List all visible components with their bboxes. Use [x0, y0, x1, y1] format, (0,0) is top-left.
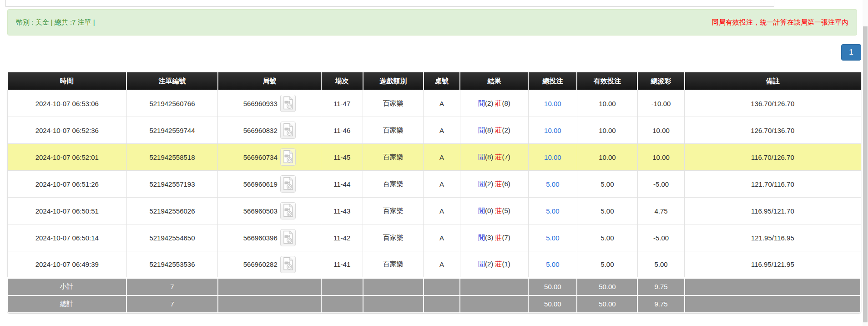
- col-header-game-type: 遊戲類別: [363, 72, 424, 90]
- cell-game-type: 百家樂: [363, 224, 424, 251]
- total-bet-link[interactable]: 10.00: [544, 100, 561, 107]
- player-result-label: 閒: [478, 207, 485, 214]
- col-header-bet-no: 注單編號: [126, 72, 218, 90]
- cell-round-no: 566960396: [218, 224, 321, 251]
- round-no-text: 566960933: [243, 100, 278, 107]
- player-score: (2): [485, 260, 493, 268]
- summary-label: 總計: [8, 295, 127, 313]
- summary-payout: 9.75: [637, 278, 684, 295]
- table-row[interactable]: 2024-10-07 06:52:01 521942558518 5669607…: [8, 144, 861, 171]
- total-bet-link[interactable]: 10.00: [544, 153, 561, 161]
- summary-alert-bar: 幣別 : 美金 | 總共 :7 注單 | 同局有效投注，統一計算在該局第一張注單…: [7, 9, 857, 36]
- col-header-time: 時間: [8, 72, 127, 90]
- cell-result: 閒(8) 莊(7): [460, 144, 528, 171]
- banker-score: (1): [502, 260, 510, 268]
- cell-result: 閒(8) 莊(2): [460, 117, 528, 144]
- player-score: (8): [485, 153, 493, 161]
- banker-score: (2): [502, 126, 510, 134]
- table-row[interactable]: 2024-10-07 06:52:36 521942559744 5669608…: [8, 117, 861, 144]
- video-replay-button[interactable]: [280, 202, 296, 219]
- summary-valid-bet: 50.00: [577, 295, 637, 313]
- total-bet-link[interactable]: 5.00: [546, 207, 559, 215]
- table-row[interactable]: 2024-10-07 06:50:51 521942556026 5669605…: [8, 198, 861, 224]
- table-row[interactable]: 2024-10-07 06:51:26 521942557193 5669606…: [8, 171, 861, 198]
- summary-remark: [685, 295, 861, 313]
- bet-records-table: 時間 注單編號 局號 場次 遊戲類別 桌號 結果 總投注 有效投注 總派彩 備註…: [7, 72, 861, 313]
- cell-time: 2024-10-07 06:52:36: [8, 117, 127, 144]
- pagination-page-button[interactable]: 1: [841, 44, 861, 61]
- cell-table-no: A: [424, 171, 460, 198]
- cell-game-type: 百家樂: [363, 144, 424, 171]
- col-header-total-bet: 總投注: [528, 72, 577, 90]
- banker-score: (8): [502, 99, 510, 107]
- col-header-round-no: 局號: [218, 72, 321, 90]
- cell-time: 2024-10-07 06:53:06: [8, 90, 127, 117]
- cell-game-type: 百家樂: [363, 171, 424, 198]
- cell-round-no: 566960832: [218, 117, 321, 144]
- total-bet-link[interactable]: 5.00: [546, 260, 559, 268]
- cell-valid-bet: 10.00: [577, 117, 637, 144]
- banker-result-label: 莊: [495, 153, 502, 161]
- table-summary-body: 小計 7 50.00 50.00 9.75 總計 7 50.00 50.00 9…: [8, 278, 861, 313]
- round-no-text: 566960396: [243, 234, 278, 242]
- player-result-label: 閒: [478, 260, 485, 268]
- cell-session: 11-44: [321, 171, 363, 198]
- summary-total-bet: 50.00: [528, 278, 577, 295]
- cell-bet-no: 521942560766: [126, 90, 218, 117]
- scrollbar-thumb[interactable]: [863, 26, 868, 322]
- player-result-label: 閒: [478, 126, 485, 134]
- cell-time: 2024-10-07 06:49:39: [8, 251, 127, 278]
- cell-round-no: 566960503: [218, 198, 321, 224]
- video-replay-button[interactable]: [280, 175, 296, 193]
- cell-time: 2024-10-07 06:50:51: [8, 198, 127, 224]
- cell-table-no: A: [424, 198, 460, 224]
- table-row[interactable]: 2024-10-07 06:53:06 521942560766 5669609…: [8, 90, 861, 117]
- cell-total-bet: 10.00: [528, 117, 577, 144]
- video-replay-button[interactable]: [280, 229, 296, 246]
- total-bet-link[interactable]: 5.00: [546, 234, 559, 242]
- total-bet-link[interactable]: 5.00: [546, 180, 559, 188]
- cell-time: 2024-10-07 06:52:01: [8, 144, 127, 171]
- cell-session: 11-45: [321, 144, 363, 171]
- video-file-icon: [282, 204, 294, 219]
- cell-valid-bet: 10.00: [577, 90, 637, 117]
- video-replay-button[interactable]: [280, 95, 296, 112]
- round-no-text: 566960832: [243, 127, 278, 134]
- col-header-remark: 備註: [685, 72, 861, 90]
- video-replay-button[interactable]: [280, 122, 296, 139]
- col-header-result: 結果: [460, 72, 528, 90]
- cell-total-bet: 5.00: [528, 198, 577, 224]
- table-body: 2024-10-07 06:53:06 521942560766 5669609…: [8, 90, 861, 278]
- cell-bet-no: 521942554650: [126, 224, 218, 251]
- banker-score: (5): [502, 207, 510, 214]
- cell-bet-no: 521942557193: [126, 171, 218, 198]
- cell-valid-bet: 5.00: [577, 251, 637, 278]
- cell-payout: -10.00: [637, 90, 684, 117]
- table-row[interactable]: 2024-10-07 06:49:39 521942553536 5669602…: [8, 251, 861, 278]
- video-replay-button[interactable]: [280, 148, 296, 166]
- round-no-text: 566960503: [243, 207, 278, 215]
- round-no-text: 566960619: [243, 180, 278, 188]
- cell-session: 11-47: [321, 90, 363, 117]
- vertical-scrollbar[interactable]: [863, 0, 868, 326]
- total-bet-link[interactable]: 10.00: [544, 127, 561, 134]
- player-score: (3): [485, 234, 493, 241]
- banker-result-label: 莊: [495, 207, 502, 214]
- cell-remark: 116.95/121.95: [685, 251, 861, 278]
- valid-bet-notice-text: 同局有效投注，統一計算在該局第一張注單內: [712, 18, 848, 27]
- video-replay-button[interactable]: [280, 256, 296, 273]
- table-row[interactable]: 2024-10-07 06:50:14 521942554650 5669603…: [8, 224, 861, 251]
- cell-round-no: 566960619: [218, 171, 321, 198]
- banker-score: (7): [502, 234, 510, 241]
- video-file-icon: [282, 150, 294, 165]
- player-score: (8): [485, 126, 493, 134]
- cell-payout: 10.00: [637, 144, 684, 171]
- cell-session: 11-43: [321, 198, 363, 224]
- round-no-text: 566960282: [243, 260, 278, 268]
- summary-remark: [685, 278, 861, 295]
- video-file-icon: [282, 96, 294, 111]
- cell-session: 11-41: [321, 251, 363, 278]
- cell-session: 11-46: [321, 117, 363, 144]
- cell-remark: 126.70/136.70: [685, 117, 861, 144]
- cell-bet-no: 521942559744: [126, 117, 218, 144]
